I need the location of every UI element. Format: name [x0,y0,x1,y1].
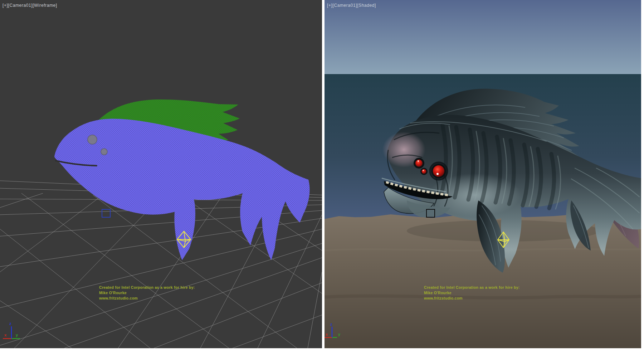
eye-large [433,165,444,177]
watermark-line2: Mike O'Rourke [99,290,195,296]
fish-wireframe-model[interactable] [54,99,310,260]
axis-z-label: z [9,321,11,326]
eye-small [422,169,426,174]
axis-z-label: z [330,322,332,326]
watermark-line3: www.fritzstudio.com [424,296,520,301]
eye-medium [415,160,423,167]
dual-viewport-canvas: [+][Camera01][Wireframe] [0,0,644,350]
viewport-label-wireframe[interactable]: [+][Camera01][Wireframe] [3,3,57,8]
box-helper[interactable] [102,209,110,217]
fish-eye-wire [88,135,97,144]
watermark-line2: Mike O'Rourke [424,290,520,296]
watermark-line3: www.fritzstudio.com [99,296,195,301]
axis-x-label: x [326,332,328,336]
fish-eye-small-wire [101,149,107,155]
watermark: Created for Intel Corporation as a work … [99,285,195,301]
axis-y-label: y [16,333,18,337]
viewport-wireframe[interactable]: [+][Camera01][Wireframe] [0,0,322,348]
sky-upper-band [325,0,641,74]
watermark: Created for Intel Corporation as a work … [424,285,520,301]
axis-tripod: x y z [3,321,20,339]
watermark-line1: Created for Intel Corporation as a work … [99,285,195,290]
axis-y-label: y [338,332,341,336]
viewport-label-shaded[interactable]: [+][Camera01][Shaded] [327,3,376,8]
viewport-shaded[interactable]: [+][Camera01][Shaded] [325,0,641,348]
watermark-line1: Created for Intel Corporation as a work … [424,285,520,290]
axis-x-label: x [4,333,7,337]
viewport-divider[interactable] [322,0,325,348]
